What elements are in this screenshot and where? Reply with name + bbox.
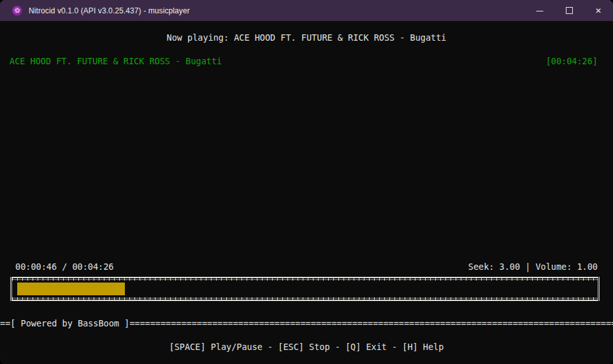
terminal-screen[interactable]: Now playing: ACE HOOD FT. FUTURE & RICK … <box>0 21 613 364</box>
maximize-button[interactable] <box>554 0 584 21</box>
track-title: ACE HOOD FT. FUTURE & RICK ROSS - Bugatt… <box>10 56 222 67</box>
playback-progress-fill <box>17 283 125 295</box>
keybindings-help: [SPACE] Play/Pause - [ESC] Stop - [Q] Ex… <box>0 342 613 353</box>
app-window: ✿ Nitrocid v0.1.0 (API v3.0.25.437) - mu… <box>0 0 613 364</box>
window-title: Nitrocid v0.1.0 (API v3.0.25.437) - musi… <box>29 6 190 15</box>
bassboom-banner: ==[ Powered by BassBoom ]===============… <box>0 318 613 329</box>
title-bar[interactable]: ✿ Nitrocid v0.1.0 (API v3.0.25.437) - mu… <box>0 0 613 21</box>
minimize-button[interactable]: — <box>525 0 554 21</box>
total-duration-badge: [00:04:26] <box>546 56 598 67</box>
playback-progress-bar <box>10 277 600 301</box>
progress-bar-bottom-border <box>12 297 598 301</box>
window-controls: — ✕ <box>525 0 613 21</box>
elapsed-time: 00:00:46 / 00:04:26 <box>15 262 113 272</box>
now-playing-line: Now playing: ACE HOOD FT. FUTURE & RICK … <box>0 32 613 43</box>
nitrocid-logo-icon: ✿ <box>12 6 22 16</box>
progress-bar-top-border <box>12 277 598 281</box>
maximize-icon <box>566 7 573 14</box>
close-button[interactable]: ✕ <box>584 0 613 21</box>
seek-volume-status: Seek: 3.00 | Volume: 1.00 <box>468 262 598 272</box>
